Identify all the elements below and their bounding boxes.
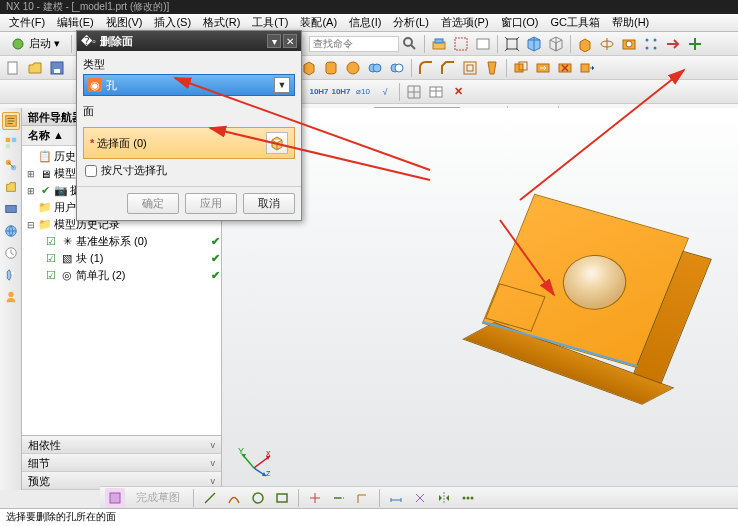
save-icon[interactable] (47, 58, 67, 78)
menu-view[interactable]: 视图(V) (101, 14, 148, 31)
constraint-icon[interactable] (410, 488, 430, 508)
menu-file[interactable]: 文件(F) (4, 14, 50, 31)
sketch-icon[interactable] (105, 488, 125, 508)
menu-tools[interactable]: 工具(T) (247, 14, 293, 31)
mirror-icon[interactable] (434, 488, 454, 508)
open-icon[interactable] (25, 58, 45, 78)
pattern-icon[interactable] (641, 34, 661, 54)
tree-simple-hole[interactable]: ☑◎简单孔 (2)✔ (22, 267, 221, 284)
line-icon[interactable] (200, 488, 220, 508)
hd3d-tab-icon[interactable] (2, 200, 20, 218)
draft-icon[interactable] (482, 58, 502, 78)
by-size-checkbox-row[interactable]: 按尺寸选择孔 (83, 159, 295, 182)
browser-tab-icon[interactable] (2, 222, 20, 240)
menu-prefs[interactable]: 首选项(P) (436, 14, 494, 31)
move-face-icon[interactable] (577, 58, 597, 78)
svg-point-11 (646, 38, 649, 41)
assembly-nav-tab-icon[interactable] (2, 134, 20, 152)
extrude-icon[interactable] (575, 34, 595, 54)
dialog-close-icon[interactable]: ✕ (283, 34, 297, 48)
history-tab-icon[interactable] (2, 244, 20, 262)
dim-ra-icon[interactable]: √ (375, 82, 395, 102)
block-primitive-icon[interactable] (299, 58, 319, 78)
dimension-icon[interactable] (386, 488, 406, 508)
menu-window[interactable]: 窗口(O) (496, 14, 544, 31)
reuse-tab-icon[interactable] (2, 178, 20, 196)
revolve-icon[interactable] (597, 34, 617, 54)
replace-face-icon[interactable] (533, 58, 553, 78)
svg-rect-30 (581, 64, 589, 72)
menu-format[interactable]: 格式(R) (198, 14, 245, 31)
shell-icon[interactable] (460, 58, 480, 78)
type-dropdown[interactable]: ◉孔 ▼ (83, 74, 295, 96)
circle-icon[interactable] (248, 488, 268, 508)
plus-icon[interactable] (685, 34, 705, 54)
finish-sketch-button[interactable]: 完成草图 (129, 488, 187, 508)
extend-icon[interactable] (329, 488, 349, 508)
hole-tool-icon[interactable] (619, 34, 639, 54)
cancel-button[interactable]: 取消 (243, 193, 295, 214)
section-details[interactable]: 细节v (22, 454, 221, 472)
axis-triad: x Y z (236, 440, 276, 480)
part-navigator-tab-icon[interactable] (2, 112, 20, 130)
svg-point-45 (8, 292, 13, 297)
tree-block[interactable]: ☑▧块 (1)✔ (22, 250, 221, 267)
svg-rect-4 (435, 39, 443, 43)
layer-icon[interactable] (429, 34, 449, 54)
pattern-sk-icon[interactable] (458, 488, 478, 508)
wireframe-icon[interactable] (546, 34, 566, 54)
fit-icon[interactable] (502, 34, 522, 54)
dialog-collapse-icon[interactable]: ▾ (267, 34, 281, 48)
menu-edit[interactable]: 编辑(E) (52, 14, 99, 31)
menu-assembly[interactable]: 装配(A) (295, 14, 342, 31)
launch-button[interactable]: 启动▾ (3, 34, 67, 54)
command-search-input[interactable] (309, 36, 399, 52)
grid-icon[interactable] (404, 82, 424, 102)
svg-point-19 (347, 62, 359, 74)
x-red-icon[interactable]: ✕ (448, 82, 468, 102)
select-face-cube-icon[interactable] (266, 132, 288, 154)
cylinder-icon[interactable] (321, 58, 341, 78)
box-select-icon[interactable] (451, 34, 471, 54)
fillet-icon[interactable] (416, 58, 436, 78)
constraint-nav-tab-icon[interactable] (2, 156, 20, 174)
view-icon[interactable] (473, 34, 493, 54)
dialog-titlebar[interactable]: �◦ 删除面 ▾ ✕ (77, 31, 301, 51)
model-block[interactable] (449, 175, 735, 461)
menu-gc[interactable]: GC工具箱 (545, 14, 605, 31)
dim-h7-icon[interactable]: 10H7 (309, 82, 329, 102)
dropdown-arrow-icon[interactable]: ▼ (274, 77, 290, 93)
rectangle-icon[interactable] (272, 488, 292, 508)
trim-icon[interactable] (305, 488, 325, 508)
menu-info[interactable]: 信息(I) (344, 14, 386, 31)
search-icon[interactable] (400, 34, 420, 54)
dialog-pin-icon[interactable]: �◦ (81, 35, 96, 48)
menu-insert[interactable]: 插入(S) (149, 14, 196, 31)
menu-analysis[interactable]: 分析(L) (388, 14, 433, 31)
boolean-subtract-icon[interactable] (387, 58, 407, 78)
chamfer-icon[interactable] (438, 58, 458, 78)
select-face-row[interactable]: *选择面 (0) (83, 127, 295, 159)
ok-button[interactable]: 确定 (127, 193, 179, 214)
apply-button[interactable]: 应用 (185, 193, 237, 214)
svg-point-23 (395, 64, 403, 72)
offset-face-icon[interactable] (511, 58, 531, 78)
corner-icon[interactable] (353, 488, 373, 508)
arc-icon[interactable] (224, 488, 244, 508)
menu-help[interactable]: 帮助(H) (607, 14, 654, 31)
sphere-icon[interactable] (343, 58, 363, 78)
table-icon[interactable] (426, 82, 446, 102)
by-size-checkbox[interactable] (85, 165, 97, 177)
dim-h7b-icon[interactable]: 10H7 (331, 82, 351, 102)
delete-face-icon[interactable] (555, 58, 575, 78)
section-dependencies[interactable]: 相依性v (22, 436, 221, 454)
boolean-unite-icon[interactable] (365, 58, 385, 78)
tree-datum-csys[interactable]: ☑✳基准坐标系 (0)✔ (22, 233, 221, 250)
svg-point-44 (11, 272, 14, 275)
cube-shade-icon[interactable] (524, 34, 544, 54)
roles-tab-icon[interactable] (2, 288, 20, 306)
new-icon[interactable] (3, 58, 23, 78)
dim-tol-icon[interactable]: ⌀10 (353, 82, 373, 102)
system-tab-icon[interactable] (2, 266, 20, 284)
arrow-right-icon[interactable] (663, 34, 683, 54)
